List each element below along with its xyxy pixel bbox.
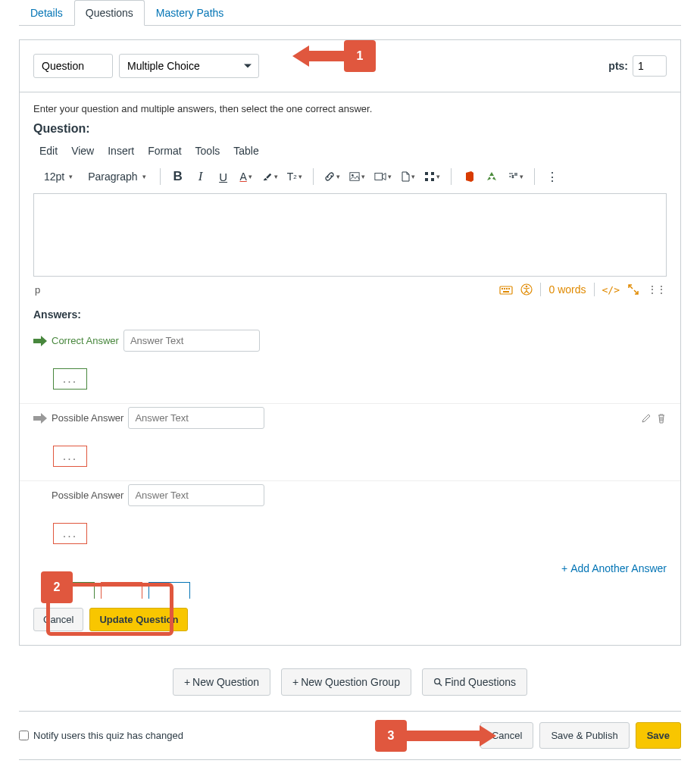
answer-comment-toggle-2[interactable]: ... bbox=[53, 446, 87, 467]
tabs-bar: Details Questions Mastery Paths bbox=[19, 0, 681, 26]
answer-comment-toggle-1[interactable]: ... bbox=[53, 368, 87, 390]
update-question-button[interactable]: Update Question bbox=[89, 608, 188, 631]
link-button[interactable]: ▾ bbox=[321, 166, 343, 187]
svg-rect-7 bbox=[500, 286, 512, 294]
toolbar-separator bbox=[534, 168, 535, 185]
element-path[interactable]: p bbox=[35, 284, 40, 296]
svg-rect-3 bbox=[425, 172, 428, 175]
text-color-button[interactable]: A▾ bbox=[236, 166, 256, 187]
feedback-incorrect-tab[interactable] bbox=[101, 582, 142, 599]
html-view-icon[interactable]: </> bbox=[602, 284, 620, 296]
notify-users-checkbox[interactable] bbox=[19, 731, 29, 740]
media-button[interactable]: ▾ bbox=[371, 166, 395, 187]
status-separator bbox=[594, 283, 595, 296]
points-label: pts: bbox=[608, 60, 628, 72]
callout-arrow-1 bbox=[292, 48, 345, 64]
bold-button[interactable]: B bbox=[168, 166, 188, 187]
callout-badge-2: 2 bbox=[41, 571, 73, 603]
svg-rect-4 bbox=[431, 172, 434, 175]
svg-point-15 bbox=[435, 679, 440, 684]
keyboard-icon[interactable] bbox=[499, 284, 513, 295]
svg-point-14 bbox=[526, 286, 528, 288]
feedback-general-tab[interactable] bbox=[148, 582, 190, 599]
correct-answer-label: Correct Answer bbox=[52, 335, 119, 346]
quiz-question-actions: +New Question +New Question Group Find Q… bbox=[19, 668, 681, 696]
possible-arrow-icon[interactable] bbox=[33, 413, 47, 424]
cancel-question-button[interactable]: Cancel bbox=[33, 608, 83, 631]
svg-rect-6 bbox=[431, 178, 434, 181]
save-button[interactable]: Save bbox=[636, 722, 681, 749]
svg-rect-2 bbox=[375, 174, 383, 180]
svg-rect-9 bbox=[504, 288, 505, 289]
answer-text-input-2[interactable] bbox=[128, 407, 264, 429]
question-type-select[interactable]: Multiple Choice bbox=[119, 54, 259, 78]
recycle-plugin-button[interactable] bbox=[482, 166, 502, 187]
tab-details[interactable]: Details bbox=[19, 0, 74, 26]
accessibility-icon[interactable] bbox=[520, 283, 533, 296]
svg-rect-10 bbox=[506, 288, 508, 289]
resize-grip-icon[interactable]: ⋮⋮ bbox=[647, 283, 665, 296]
fullscreen-icon[interactable] bbox=[627, 283, 639, 296]
answer-row-correct: Correct Answer bbox=[33, 327, 667, 355]
document-button[interactable]: ▾ bbox=[398, 166, 418, 187]
delete-answer-icon[interactable] bbox=[656, 413, 667, 424]
answer-comment-toggle-3[interactable]: ... bbox=[53, 523, 87, 544]
word-count[interactable]: 0 words bbox=[548, 283, 586, 296]
possible-answer-label: Possible Answer bbox=[52, 412, 123, 424]
equation-button[interactable]: ▾ bbox=[505, 166, 527, 187]
more-toolbar-button[interactable]: ⋮ bbox=[542, 166, 562, 187]
menu-edit[interactable]: Edit bbox=[39, 145, 58, 157]
answer-text-input-1[interactable] bbox=[123, 330, 260, 352]
svg-rect-12 bbox=[503, 291, 509, 293]
svg-rect-11 bbox=[508, 288, 510, 289]
image-button[interactable]: ▾ bbox=[346, 166, 368, 187]
find-questions-button[interactable]: Find Questions bbox=[422, 668, 527, 696]
toolbar-separator bbox=[451, 168, 452, 185]
highlight-color-button[interactable]: ▾ bbox=[259, 166, 281, 187]
save-publish-button[interactable]: Save & Publish bbox=[539, 722, 629, 749]
feedback-tabs bbox=[53, 582, 667, 599]
svg-point-1 bbox=[352, 174, 354, 177]
menu-table[interactable]: Table bbox=[233, 145, 258, 157]
new-question-group-button[interactable]: +New Question Group bbox=[281, 668, 411, 696]
menu-view[interactable]: View bbox=[71, 145, 94, 157]
italic-button[interactable]: I bbox=[191, 166, 211, 187]
svg-rect-5 bbox=[425, 178, 428, 181]
menu-insert[interactable]: Insert bbox=[108, 145, 134, 157]
question-header: Multiple Choice 1 pts: bbox=[20, 40, 680, 92]
apps-button[interactable]: ▾ bbox=[421, 166, 443, 187]
paragraph-style-dropdown[interactable]: Paragraph▾ bbox=[82, 166, 152, 187]
points-input[interactable] bbox=[633, 55, 667, 77]
svg-rect-8 bbox=[502, 288, 503, 289]
font-size-dropdown[interactable]: 12pt▾ bbox=[38, 166, 79, 187]
status-separator bbox=[540, 283, 541, 296]
underline-button[interactable]: U bbox=[214, 166, 233, 187]
possible-answer-label: Possible Answer bbox=[52, 490, 123, 501]
editor-statusbar: p 0 words </> ⋮⋮ bbox=[33, 277, 667, 305]
superscript-button[interactable]: T2▾ bbox=[284, 166, 305, 187]
office-plugin-button[interactable] bbox=[459, 166, 479, 187]
tab-questions[interactable]: Questions bbox=[74, 0, 145, 26]
rich-text-editor[interactable] bbox=[33, 193, 667, 277]
answer-row-possible-1: Possible Answer bbox=[33, 404, 667, 432]
tab-mastery-paths[interactable]: Mastery Paths bbox=[145, 0, 235, 26]
question-name-input[interactable] bbox=[33, 54, 113, 78]
answer-row-possible-2: Possible Answer bbox=[33, 481, 667, 509]
question-footer: 2 Cancel Update Question bbox=[33, 603, 667, 645]
callout-arrow-3 bbox=[405, 727, 496, 745]
answer-text-input-3[interactable] bbox=[128, 484, 264, 506]
add-another-answer-link[interactable]: +Add Another Answer bbox=[561, 562, 667, 574]
menu-tools[interactable]: Tools bbox=[195, 145, 220, 157]
new-question-button[interactable]: +New Question bbox=[173, 668, 270, 696]
answers-heading: Answers: bbox=[33, 308, 667, 321]
quiz-save-bar: Notify users this quiz has changed 3 Can… bbox=[19, 711, 681, 760]
notify-users-label[interactable]: Notify users this quiz has changed bbox=[19, 730, 183, 741]
toolbar-separator bbox=[160, 168, 161, 185]
callout-badge-1: 1 bbox=[344, 40, 376, 72]
instruction-text: Enter your question and multiple answers… bbox=[33, 103, 667, 114]
toolbar-separator bbox=[313, 168, 314, 185]
editor-toolbar: 12pt▾ Paragraph▾ B I U A▾ ▾ T2▾ ▾ ▾ bbox=[33, 163, 667, 191]
menu-format[interactable]: Format bbox=[148, 145, 181, 157]
question-heading: Question: bbox=[33, 122, 667, 136]
edit-answer-icon[interactable] bbox=[641, 413, 652, 424]
